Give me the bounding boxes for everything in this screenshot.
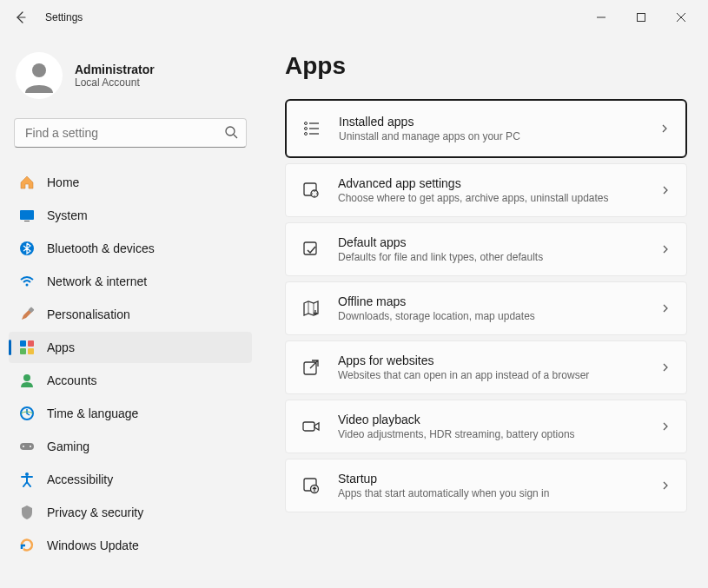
chevron-right-icon xyxy=(660,303,671,314)
sidebar-item-apps[interactable]: Apps xyxy=(9,332,252,363)
profile-name: Administrator xyxy=(75,63,155,76)
card-title: Offline maps xyxy=(338,294,643,308)
card-sub: Video adjustments, HDR streaming, batter… xyxy=(338,428,643,440)
card-title: Advanced app settings xyxy=(338,176,643,190)
map-icon xyxy=(301,299,321,318)
svg-rect-19 xyxy=(20,443,34,450)
nav: Home System Bluetooth & devices Network … xyxy=(9,167,252,561)
card-sub: Websites that can open in an app instead… xyxy=(338,369,643,381)
maximize-button[interactable] xyxy=(621,3,661,31)
avatar xyxy=(16,52,63,99)
chevron-right-icon xyxy=(660,244,671,254)
search-input[interactable] xyxy=(14,118,247,148)
svg-rect-9 xyxy=(24,221,30,221)
sidebar-item-label: Personalisation xyxy=(47,307,130,321)
card-offline-maps[interactable]: Offline maps Downloads, storage location… xyxy=(285,281,687,335)
chevron-right-icon xyxy=(660,362,671,373)
svg-point-27 xyxy=(305,133,308,135)
main-panel: Apps Installed apps Uninstall and manage… xyxy=(261,35,708,588)
window-title: Settings xyxy=(45,11,83,23)
svg-point-21 xyxy=(30,446,31,447)
sidebar-item-label: Bluetooth & devices xyxy=(47,241,155,255)
chevron-right-icon xyxy=(660,185,671,195)
sidebar-item-label: Network & internet xyxy=(47,274,147,288)
svg-point-25 xyxy=(305,128,308,130)
sidebar-item-accessibility[interactable]: Accessibility xyxy=(9,464,252,495)
sidebar-item-label: Accessibility xyxy=(47,472,113,486)
minimize-button[interactable] xyxy=(581,3,621,31)
sidebar-item-label: Apps xyxy=(47,340,75,354)
home-icon xyxy=(19,175,35,190)
svg-point-20 xyxy=(23,446,24,447)
person-icon xyxy=(19,373,35,388)
sidebar-item-label: Time & language xyxy=(47,406,138,420)
svg-rect-16 xyxy=(28,348,34,354)
svg-point-6 xyxy=(226,127,235,135)
sidebar-item-label: Accounts xyxy=(47,373,97,387)
profile-sub: Local Account xyxy=(75,76,155,89)
back-button[interactable] xyxy=(7,3,35,31)
card-default-apps[interactable]: Default apps Defaults for file and link … xyxy=(285,222,687,276)
card-sub: Choose where to get apps, archive apps, … xyxy=(338,192,643,204)
default-apps-icon xyxy=(301,240,321,259)
sidebar-item-update[interactable]: Windows Update xyxy=(9,530,252,561)
svg-point-23 xyxy=(305,122,308,125)
app-settings-icon xyxy=(301,181,321,200)
svg-point-17 xyxy=(23,374,30,381)
sidebar-item-privacy[interactable]: Privacy & security xyxy=(9,497,252,528)
installed-apps-icon xyxy=(302,119,321,138)
card-title: Startup xyxy=(338,472,643,486)
avatar-icon xyxy=(22,58,56,93)
card-installed-apps[interactable]: Installed apps Uninstall and manage apps… xyxy=(285,99,687,158)
close-button[interactable] xyxy=(661,3,701,31)
sidebar-item-system[interactable]: System xyxy=(9,200,252,231)
maximize-icon xyxy=(637,13,645,22)
video-icon xyxy=(301,417,321,436)
svg-point-5 xyxy=(32,63,46,77)
svg-rect-15 xyxy=(20,348,26,354)
sidebar-item-accounts[interactable]: Accounts xyxy=(9,365,252,396)
card-sub: Apps that start automatically when you s… xyxy=(338,487,643,499)
gamepad-icon xyxy=(19,439,35,454)
sidebar-item-label: Gaming xyxy=(47,439,89,453)
chevron-right-icon xyxy=(660,480,671,491)
settings-cards: Installed apps Uninstall and manage apps… xyxy=(285,99,687,512)
card-video-playback[interactable]: Video playback Video adjustments, HDR st… xyxy=(285,400,687,453)
sidebar-item-home[interactable]: Home xyxy=(9,167,252,198)
svg-point-11 xyxy=(26,284,29,287)
sidebar: Administrator Local Account Home System … xyxy=(0,35,261,588)
card-advanced-app[interactable]: Advanced app settings Choose where to ge… xyxy=(285,163,687,217)
shield-icon xyxy=(19,505,35,520)
card-apps-websites[interactable]: Apps for websites Websites that can open… xyxy=(285,340,687,394)
sidebar-item-personalisation[interactable]: Personalisation xyxy=(9,299,252,330)
svg-rect-14 xyxy=(28,340,34,347)
card-sub: Defaults for file and link types, other … xyxy=(338,251,643,263)
card-title: Video playback xyxy=(338,413,643,426)
apps-icon xyxy=(19,340,35,355)
startup-icon xyxy=(301,476,321,495)
open-link-icon xyxy=(301,358,321,377)
sidebar-item-time[interactable]: Time & language xyxy=(9,398,252,429)
card-startup[interactable]: Startup Apps that start automatically wh… xyxy=(285,459,687,512)
svg-rect-2 xyxy=(638,14,645,22)
update-icon xyxy=(19,538,35,553)
svg-rect-13 xyxy=(20,340,26,347)
accessibility-icon xyxy=(19,472,35,487)
card-title: Default apps xyxy=(338,235,643,249)
card-sub: Uninstall and manage apps on your PC xyxy=(339,130,642,142)
svg-rect-35 xyxy=(303,422,314,431)
sidebar-item-network[interactable]: Network & internet xyxy=(9,266,252,297)
close-icon xyxy=(677,13,685,22)
window-controls xyxy=(581,3,701,31)
svg-line-7 xyxy=(234,135,237,138)
sidebar-item-gaming[interactable]: Gaming xyxy=(9,431,252,462)
sidebar-item-bluetooth[interactable]: Bluetooth & devices xyxy=(9,233,252,264)
back-arrow-icon xyxy=(14,10,28,24)
sidebar-item-label: Windows Update xyxy=(47,538,139,552)
svg-point-22 xyxy=(25,472,29,476)
minimize-icon xyxy=(597,13,605,22)
card-title: Apps for websites xyxy=(338,353,643,367)
wifi-icon xyxy=(19,274,35,289)
profile-block[interactable]: Administrator Local Account xyxy=(9,43,252,115)
sidebar-item-label: Privacy & security xyxy=(47,505,143,519)
